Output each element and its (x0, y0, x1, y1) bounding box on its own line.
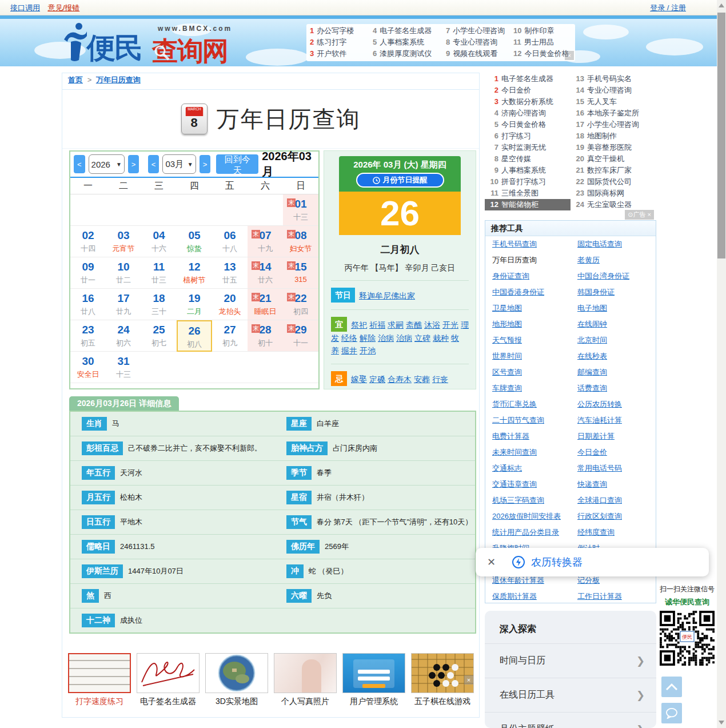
ad-label[interactable]: 无尘室吸尘器 (587, 200, 632, 209)
ad-label[interactable]: 三维全景图 (501, 189, 538, 197)
ad-label[interactable]: 智能储物柜 (501, 200, 538, 209)
thumb-close-icon[interactable]: × (464, 675, 473, 685)
explore-item-online-tools[interactable]: 在线日历工具❯ (485, 678, 656, 713)
ad-label[interactable]: 大数据分析系统 (501, 97, 553, 106)
ad-close-icon[interactable]: × (648, 211, 651, 218)
day-cell[interactable]: 13廿五 (212, 257, 248, 289)
ad-label[interactable]: 国际商标网 (587, 189, 624, 197)
yi-link[interactable]: 经络 (341, 333, 357, 343)
day-cell[interactable]: 末28初十 (248, 320, 283, 352)
ad-label[interactable]: 无人叉车 (587, 97, 617, 106)
tool-link[interactable]: 话费查询 (577, 384, 607, 392)
sidebar-ad-item[interactable]: 1电子签名生成器 (485, 73, 571, 85)
prev-month-button[interactable]: < (148, 155, 159, 173)
back-to-today-button[interactable]: 回到今天 (216, 154, 258, 174)
tool-link[interactable]: 机场三字码查询 (492, 496, 544, 504)
header-ad-item[interactable]: 12今日黄金价格 (513, 48, 573, 59)
day-cell[interactable]: 23初五 (70, 320, 106, 352)
ad-label[interactable]: 打字练习 (501, 132, 531, 140)
tool-link[interactable]: 货币汇率兑换 (492, 400, 537, 408)
tool-link[interactable]: 手机号码查询 (492, 240, 537, 248)
ad-label[interactable]: 办公写字楼 (317, 26, 354, 35)
ad-label[interactable]: 今日黄金价格 (524, 49, 569, 58)
ad-label[interactable]: 专业心理咨询 (453, 38, 497, 46)
header-ad-item[interactable]: 1办公写字楼 (310, 25, 373, 37)
ji-link[interactable]: 合寿木 (388, 375, 412, 384)
tool-link[interactable]: 电费计算器 (492, 432, 529, 440)
tool-link[interactable]: 邮编查询 (577, 368, 607, 376)
thumb-3d-map[interactable]: 3D实景地图 (205, 653, 268, 707)
toast-close-icon[interactable]: ✕ (487, 556, 496, 568)
tool-link[interactable]: 统计用产品分类目录 (492, 528, 559, 536)
day-cell[interactable]: 20龙抬头 (212, 289, 248, 320)
day-cell[interactable]: 24初六 (106, 320, 141, 352)
tool-link[interactable]: 工作日计算器 (577, 592, 622, 600)
day-cell[interactable]: 06十八 (212, 226, 248, 257)
day-cell[interactable]: 末15315 (283, 257, 318, 289)
tool-link[interactable]: 电子地图 (577, 304, 607, 312)
yi-link[interactable]: 斋醮 (406, 320, 422, 329)
ad-label[interactable]: 电子签名生成器 (380, 26, 432, 35)
festival-reminder-button[interactable]: 月份节日提醒 (356, 173, 444, 188)
header-ad-item[interactable]: 7小学生心理咨询 (446, 25, 513, 37)
header-ad-item[interactable]: 10制作印章 (513, 25, 573, 37)
tool-link[interactable]: 身份证查询 (492, 272, 529, 280)
day-cell[interactable]: 11廿三 (141, 257, 177, 289)
sidebar-ad-item[interactable]: 24无尘室吸尘器 (571, 199, 656, 210)
header-ad-item[interactable]: 2练习打字 (310, 37, 373, 48)
ad-label[interactable]: 专业心理咨询 (587, 86, 632, 94)
sidebar-ad-item[interactable]: 3大数据分析系统 (485, 96, 571, 108)
toast-label[interactable]: 农历转换器 (531, 555, 583, 569)
day-cell[interactable]: 末01十三 (283, 194, 318, 226)
tool-link[interactable]: 韩国身份证 (577, 288, 615, 296)
ad-label[interactable]: 美容整形医院 (587, 143, 632, 152)
site-logo[interactable]: www.BMCX.com 便民 查询网 (62, 21, 250, 65)
feedback-link[interactable]: 意见/报错 (48, 3, 80, 12)
day-cell[interactable]: 02十四 (70, 226, 106, 257)
ad-label[interactable]: 制作印章 (524, 26, 554, 35)
ad-label[interactable]: 男士用品 (524, 38, 554, 46)
ad-label[interactable]: 今日金价 (501, 86, 531, 94)
day-cell[interactable]: 03元宵节 (106, 226, 141, 257)
day-cell[interactable]: 09廿一 (70, 257, 106, 289)
tool-link[interactable]: 中国香港身份证 (492, 288, 544, 296)
tool-link[interactable]: 今日金价 (577, 448, 607, 456)
day-cell[interactable]: 17廿九 (106, 289, 141, 320)
tool-link[interactable]: 中国台湾身份证 (577, 272, 629, 280)
yi-link[interactable]: 治病 (396, 333, 412, 343)
login-register-link[interactable]: 登录 / 注册 (650, 3, 686, 13)
sidebar-ad-item[interactable]: 22国际货代公司 (571, 176, 656, 188)
next-year-button[interactable]: > (128, 155, 139, 173)
thumb-portrait-photo[interactable]: 个人写真照片 (274, 653, 337, 707)
day-cell[interactable]: 10廿二 (106, 257, 141, 289)
tool-link[interactable]: 万年日历查询 (492, 256, 537, 264)
sidebar-ad-item[interactable]: 16本地亲子鉴定所 (571, 108, 656, 119)
ad-label[interactable]: 今日黄金价格 (501, 120, 546, 129)
scrollbar[interactable] (717, 0, 726, 728)
ad-label[interactable]: 人事档案系统 (380, 38, 424, 46)
sidebar-ad-item[interactable]: 15无人叉车 (571, 96, 656, 108)
ad-label[interactable]: 数控车床厂家 (587, 166, 632, 174)
tool-link[interactable]: 老黄历 (577, 256, 600, 264)
day-cell[interactable]: 30安全日 (70, 352, 106, 383)
sidebar-ad-item[interactable]: 19美容整形医院 (571, 142, 656, 153)
api-link[interactable]: 接口调用 (10, 3, 40, 12)
sidebar-ad-item[interactable]: 20真空干燥机 (571, 153, 656, 165)
yi-link[interactable]: 解除 (360, 333, 376, 343)
ad-tag[interactable]: ⊙广告 × (625, 210, 654, 220)
tool-link[interactable]: 固定电话查询 (577, 240, 622, 248)
yi-link[interactable]: 开池 (360, 346, 376, 355)
thumb-user-management[interactable]: 用户管理系统 (342, 653, 405, 707)
sidebar-ad-item[interactable]: 2今日金价 (485, 85, 571, 96)
year-select[interactable]: 2026▼ (89, 154, 125, 174)
header-ad-item[interactable]: 3开户软件 (310, 48, 373, 59)
yi-link[interactable]: 掘井 (341, 346, 357, 355)
ad-label[interactable]: 小学生心理咨询 (453, 26, 505, 35)
ad-label[interactable]: 漆膜厚度测试仪 (380, 49, 432, 58)
day-cell[interactable]: 末21睡眠日 (248, 289, 283, 320)
day-cell[interactable]: 末14廿六 (248, 257, 283, 289)
explore-item-time-calendar[interactable]: 时间与日历❯ (485, 644, 656, 678)
header-ad-item[interactable]: 4电子签名生成器 (373, 25, 446, 37)
ad-label[interactable]: 手机号码实名 (587, 74, 632, 83)
day-cell[interactable]: 27初九 (212, 320, 248, 352)
